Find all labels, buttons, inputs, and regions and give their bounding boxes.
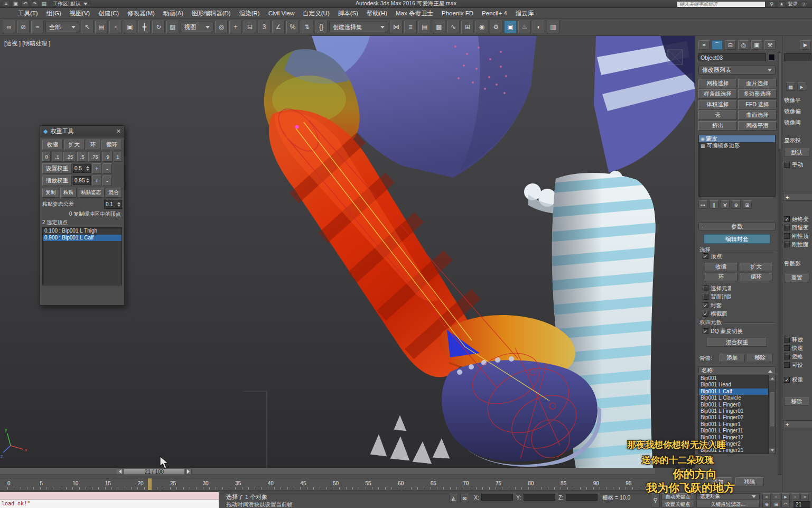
sign-in-button[interactable]: 登录 xyxy=(788,1,798,7)
workspace-dropdown[interactable]: 工作区: 默认 xyxy=(50,1,91,7)
grow-button[interactable]: 扩大 xyxy=(740,263,772,271)
weight-preset-button[interactable]: .25 xyxy=(63,152,76,162)
weight-grow-button[interactable]: 扩大 xyxy=(64,140,85,150)
modifier-shortcut-button[interactable]: 体积选择 xyxy=(698,100,737,109)
percent-snap-icon[interactable]: % xyxy=(286,21,299,33)
edit-envelopes-button[interactable]: 编辑封套 xyxy=(704,234,770,244)
remove-modifier-icon[interactable]: ⊗ xyxy=(732,200,741,209)
weight-tool-titlebar[interactable]: ◆ 权重工具 ✕ xyxy=(40,126,124,137)
bone-name-column-header[interactable]: 名称 xyxy=(698,366,776,374)
vertex-weight-entry[interactable]: 0.900 : Bip001 L Calf xyxy=(43,235,122,242)
timeline-ruler[interactable]: 05101520253035404550556065707580859095 xyxy=(0,478,655,491)
redo-icon[interactable]: ↷ xyxy=(31,1,39,7)
project-folder-icon[interactable]: ▤ xyxy=(40,1,48,7)
vertex-weight-entry[interactable]: 0.100 : Bip001 L Thigh xyxy=(43,228,122,235)
select-object-icon[interactable]: ↖ xyxy=(81,21,94,33)
bone-list-item[interactable]: Bip001 L Finger11 xyxy=(699,428,768,434)
bone-list-item[interactable]: Bip001 L Clavicle xyxy=(699,395,768,401)
skin-option-checkbox[interactable]: 背面消隐顶点 xyxy=(703,293,731,300)
search-icon[interactable]: ⚲ xyxy=(768,1,776,7)
key-filters-button[interactable]: 关键点过滤器... xyxy=(696,501,760,507)
modifier-shortcut-button[interactable]: 壳 xyxy=(698,110,737,120)
menu-item[interactable]: 脚本(S) xyxy=(334,8,362,19)
weight-preset-button[interactable]: 0 xyxy=(42,152,51,162)
make-unique-icon[interactable]: ∀ xyxy=(721,200,730,209)
schematic-view-icon[interactable]: ⊞ xyxy=(461,21,474,33)
material-editor-icon[interactable]: ◉ xyxy=(475,21,488,33)
skin-option-checkbox[interactable]: 封套 xyxy=(703,302,731,309)
menu-item[interactable]: 动画(A) xyxy=(159,8,188,19)
bind-to-space-warp-icon[interactable]: ≈ xyxy=(31,21,44,33)
modifier-shortcut-button[interactable]: 多边形选择 xyxy=(738,89,777,99)
display-option-checkbox[interactable]: 快速 xyxy=(784,345,812,352)
modifier-shortcut-button[interactable]: FFD 选择 xyxy=(738,100,777,109)
clipped-field[interactable] xyxy=(784,53,811,61)
add-bone-button[interactable]: 添加 xyxy=(720,354,745,362)
scroll-thumb[interactable] xyxy=(770,391,775,427)
shrink-button[interactable]: 收缩 xyxy=(705,263,738,271)
loop-button[interactable]: 循环 xyxy=(740,273,772,281)
pan-icon[interactable]: ⊞ xyxy=(772,501,780,507)
keyboard-override-icon[interactable]: ⊟ xyxy=(244,21,256,33)
save-icon[interactable]: ▣ xyxy=(12,1,20,7)
spinner-arrows-icon[interactable] xyxy=(86,164,89,172)
modifier-shortcut-button[interactable]: 挤出 xyxy=(698,121,737,131)
parameters-rollout-header[interactable]: - 参数 xyxy=(698,222,776,230)
x-coordinate-field[interactable] xyxy=(481,494,513,501)
window-crossing-toggle-icon[interactable]: ▣ xyxy=(124,21,136,33)
close-icon[interactable]: ✕ xyxy=(116,128,121,135)
weight-minus-button[interactable]: - xyxy=(102,163,112,174)
go-to-end-button[interactable]: » xyxy=(800,493,809,500)
menu-item[interactable]: 修改器(M) xyxy=(123,8,159,19)
advanced-parameter-checkbox[interactable]: 始终变 xyxy=(784,216,812,223)
spinner-snap-icon[interactable]: ⇅ xyxy=(301,21,313,33)
weight-preset-button[interactable]: .1 xyxy=(52,152,62,162)
use-pivot-point-icon[interactable]: ◎ xyxy=(215,21,228,33)
render-setup-icon[interactable]: ⚙ xyxy=(490,21,502,33)
weight-preset-button[interactable]: .75 xyxy=(88,152,101,162)
modifier-shortcut-button[interactable]: 样条线选择 xyxy=(698,89,737,99)
menu-item[interactable]: 工具(T) xyxy=(14,8,42,19)
weight-copy-paste-button[interactable]: 粘贴姿态 xyxy=(78,188,105,198)
set-keys-mode-button[interactable]: 设置关键点 xyxy=(661,501,694,507)
menu-item[interactable]: Phoenix FD xyxy=(437,8,478,19)
zoom-icon[interactable]: ⊕ xyxy=(762,501,771,507)
default-button[interactable]: 默认 xyxy=(784,149,809,157)
set-key-button[interactable]: ⚲ xyxy=(651,493,660,507)
set-weight-value[interactable]: 0.5 xyxy=(73,164,91,173)
edit-named-sets-icon[interactable]: {} xyxy=(315,21,328,33)
maxscript-mini-listener[interactable]: load ok!" xyxy=(0,492,219,508)
object-color-swatch[interactable] xyxy=(768,54,775,61)
time-slider-track[interactable]: 21 / 100 xyxy=(0,468,655,475)
modifier-stack-item[interactable]: ◉ 蒙皮 xyxy=(699,135,775,142)
weight-preset-button[interactable]: .9 xyxy=(102,152,112,162)
rectangular-selection-region-icon[interactable]: ▫ xyxy=(109,21,122,33)
menu-item[interactable]: 渲染(R) xyxy=(235,8,264,19)
rendered-frame-icon[interactable]: ▣ xyxy=(504,21,517,33)
scroll-up-icon[interactable] xyxy=(769,375,775,381)
select-and-link-icon[interactable]: ∞ xyxy=(3,21,15,33)
remove-bone-button[interactable]: 移除 xyxy=(748,354,773,362)
skin-option-checkbox[interactable]: 选择元素 xyxy=(703,285,731,292)
weight-option-checkbox[interactable]: 权重 xyxy=(784,376,812,383)
modifier-shortcut-button[interactable]: 网格选择 xyxy=(698,79,737,88)
blend-weights-button[interactable]: 混合权重 xyxy=(707,338,767,347)
manual-update-checkbox[interactable]: 手动 xyxy=(784,161,812,168)
modifier-list-dropdown[interactable]: 修改器列表 xyxy=(698,66,776,75)
orbit-icon[interactable]: ◠ xyxy=(781,501,790,507)
weight-grow-button[interactable]: 环 xyxy=(86,140,100,150)
weight-grow-button[interactable]: 收缩 xyxy=(42,140,63,150)
menu-item[interactable]: 自定义(U) xyxy=(298,8,333,19)
viewport-label[interactable]: [透视 ] [明暗处理 ] xyxy=(4,40,50,48)
weight-table-icon[interactable]: ▦ xyxy=(786,82,795,91)
motion-tab-icon[interactable]: ◎ xyxy=(738,40,749,50)
play-button[interactable]: ► xyxy=(781,493,790,500)
modifier-stack[interactable]: ◉ 蒙皮 ▦ 可编辑多边形 xyxy=(698,135,776,197)
next-frame-arrow[interactable] xyxy=(185,468,192,475)
weight-copy-paste-button[interactable]: 混合 xyxy=(106,188,123,198)
menu-item[interactable]: 图形编辑器(D) xyxy=(188,8,235,19)
align-icon[interactable]: ≡ xyxy=(404,21,417,33)
bone-list-item[interactable]: Bip001 L Finger02 xyxy=(699,414,768,421)
advanced-parameter-checkbox[interactable]: 刚性面 xyxy=(784,241,812,248)
show-end-result-icon[interactable]: ∥ xyxy=(710,200,718,209)
